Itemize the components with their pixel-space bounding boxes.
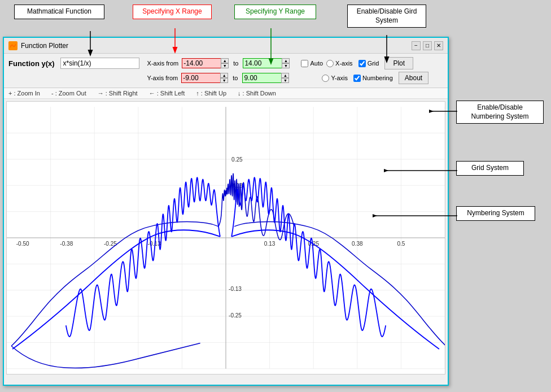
y-from-input[interactable] [181,73,221,83]
y-range-arrow [260,28,294,68]
x-from-down[interactable]: ▼ [221,63,229,68]
shift-down-shortcut: ↓ : Shift Down [238,90,276,97]
y-axis-label: Y-axis from [147,75,178,81]
specifying-x-range-annotation: Specifying X Range [133,5,212,19]
y-axis-radio[interactable] [322,75,329,82]
minimize-button[interactable]: − [412,41,421,50]
function-curve-overlay [7,102,445,374]
enable-disable-grid-annotation: Enable/Disable Gird System [347,5,426,28]
grid-enable-arrow [375,35,409,66]
window-controls: − □ ✕ [412,41,443,50]
grid-checkbox[interactable] [358,60,366,67]
numbering-system-arrow [373,209,460,226]
shift-up-shortcut: ↑ : Shift Up [196,90,226,97]
specifying-y-range-annotation: Specifying Y Range [234,5,316,19]
auto-checkbox-label[interactable]: Auto [301,60,323,67]
about-button[interactable]: About [399,72,428,84]
y-from-spinner[interactable]: ▲ ▼ [220,73,228,83]
numbering-checkbox[interactable] [353,75,361,82]
numbering-checkbox-label[interactable]: Numbering [353,75,393,82]
grid-system-annotation: Grid System [456,161,524,176]
y-from-up[interactable]: ▲ [220,73,228,78]
y-to-down[interactable]: ▼ [281,78,289,83]
shift-left-shortcut: ← : Shift Left [149,90,185,97]
close-button[interactable]: ✕ [434,41,443,50]
to-label-1: to [233,60,238,67]
x-from-input[interactable] [182,58,221,68]
y-to-up[interactable]: ▲ [281,73,289,78]
y-to-spinner[interactable]: ▲ ▼ [281,73,289,83]
x-from-spinner[interactable]: ▲ ▼ [221,58,229,68]
enable-disable-numbering-annotation: Enable/Disable Numbering System [456,101,544,124]
auto-checkbox[interactable] [301,60,308,67]
math-function-arrow [73,31,107,59]
to-label-2: to [233,75,238,81]
y-from-down[interactable]: ▼ [220,78,228,83]
plot-area[interactable]: -0.50 -0.38 -0.25 -0.13 0.13 0.25 0.38 0… [6,101,445,374]
numbering-enable-arrow [429,104,460,121]
function-label: Function y(x) [8,59,55,68]
zoom-out-shortcut: - : Zoom Out [51,90,86,97]
grid-system-arrow [384,164,460,181]
shortcuts-bar: + : Zoom In - : Zoom Out → : Shift Right… [4,88,448,99]
shift-right-shortcut: → : Shift Right [98,90,138,97]
function-input[interactable] [60,58,139,69]
x-range-arrow [164,28,198,56]
y-to-input[interactable] [242,73,282,83]
x-axis-label: X-axis from [147,60,179,67]
x-axis-radio[interactable] [326,60,334,67]
x-axis-radio-label[interactable]: X-axis [326,60,353,67]
numbering-system-annotation: Nymbering System [456,206,535,221]
y-axis-radio-label[interactable]: Y-axis [322,75,348,82]
maximize-button[interactable]: □ [423,41,432,50]
x-from-up[interactable]: ▲ [221,58,229,63]
zoom-in-shortcut: + : Zoom In [8,90,40,97]
math-function-annotation: Mathmatical Function [14,5,104,19]
app-icon [8,41,18,50]
